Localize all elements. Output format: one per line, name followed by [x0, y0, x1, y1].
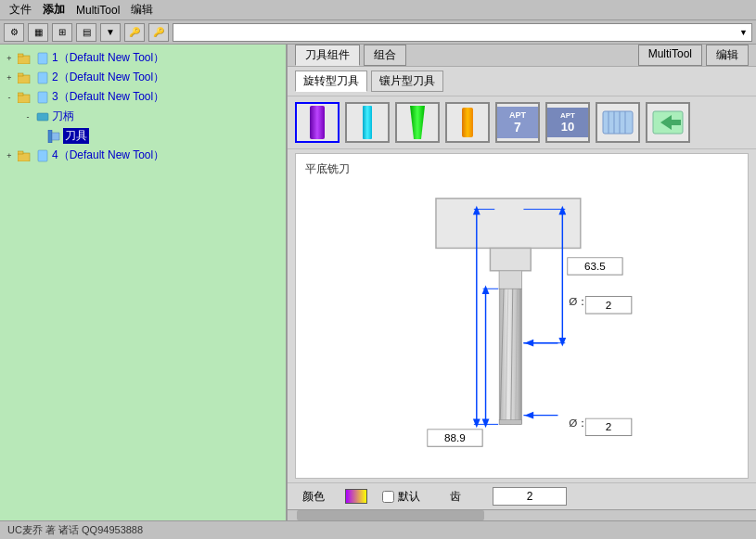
tool-icon-1 [35, 52, 50, 65]
tree-label-2: 2（Default New Tool） [52, 70, 164, 85]
svg-marker-53 [524, 412, 533, 419]
svg-rect-5 [38, 72, 47, 83]
right-top-bar: 刀具组件 组合 MultiTool 编辑 [288, 45, 756, 67]
svg-rect-1 [18, 54, 23, 57]
tool-icon-cyan-mill[interactable] [345, 102, 390, 143]
toolbar-dropdown-arrow[interactable]: ▼ [100, 23, 121, 42]
svg-rect-26 [436, 199, 581, 249]
toolbar-icon-btn-4[interactable]: ▤ [76, 23, 96, 42]
multi-tool-button[interactable]: MultiTool [638, 45, 702, 66]
dia-top-input[interactable] [585, 296, 633, 314]
svg-rect-10 [48, 130, 52, 143]
toolbar-dropdown[interactable]: ▼ [173, 23, 752, 42]
dia-top-foreign [585, 296, 635, 315]
tree-item-1[interactable]: + 1（Default New Tool） [0, 48, 286, 68]
svg-marker-46 [558, 338, 566, 347]
expand-icon-handle[interactable]: - [22, 111, 33, 122]
edit-button[interactable]: 编辑 [706, 45, 749, 66]
color-swatch[interactable] [345, 489, 367, 504]
svg-rect-19 [603, 111, 633, 134]
content-area: + 1（Default New Tool） + 2（Default New T [0, 45, 756, 520]
svg-marker-42 [482, 419, 490, 429]
tree-item-2[interactable]: + 2（Default New Tool） [0, 68, 286, 87]
svg-rect-34 [499, 420, 521, 425]
tool-type-tabs-row: 旋转型刀具 镶片型刀具 [288, 67, 756, 96]
tool-diagram-svg: Ø： Ø： [296, 154, 748, 478]
tab-tool-assembly[interactable]: 刀具组件 [295, 45, 360, 66]
tree-item-4[interactable]: + 4（Default New Tool） [0, 146, 286, 165]
menu-file[interactable]: 文件 [4, 2, 37, 18]
toolbar-icon-btn-3[interactable]: ⊞ [52, 23, 72, 42]
tool-icon-2 [35, 71, 50, 84]
menu-bar: 文件 添加 MultiTool 编辑 [0, 0, 756, 20]
tool-name-label: 平底铣刀 [305, 161, 350, 177]
svg-rect-14 [38, 150, 47, 161]
toolbar: ⚙ ▦ ⊞ ▤ ▼ 🔑 🔑 ▼ [0, 20, 756, 45]
horizontal-scrollbar[interactable] [288, 509, 756, 520]
right-panel: 刀具组件 组合 MultiTool 编辑 旋转型刀具 镶片型刀具 [288, 45, 756, 520]
tree-label-tool: 刀具 [63, 128, 89, 144]
tool-icon-apt10[interactable]: APT 10 [545, 102, 590, 143]
svg-rect-2 [38, 53, 47, 64]
svg-marker-50 [524, 340, 533, 347]
svg-rect-8 [38, 92, 47, 103]
dia-bottom-foreign [585, 418, 635, 438]
tool-icon-4 [35, 149, 50, 162]
tree-item-3-tool[interactable]: 刀具 [0, 126, 286, 146]
svg-rect-15 [310, 106, 325, 139]
expand-icon-3[interactable]: - [4, 92, 15, 103]
tool-icon-special2[interactable] [646, 102, 690, 143]
tool-icon-purple-mill[interactable] [295, 102, 340, 143]
tab-combination[interactable]: 组合 [364, 45, 406, 66]
svg-rect-12 [18, 153, 30, 161]
svg-rect-4 [18, 73, 23, 76]
handle-icon [35, 110, 50, 123]
svg-rect-0 [18, 56, 30, 64]
svg-rect-16 [363, 106, 372, 139]
default-label: 默认 [398, 489, 420, 505]
tree-label-4: 4（Default New Tool） [52, 148, 164, 163]
expand-icon-2[interactable]: + [4, 72, 15, 83]
dia-bottom-input[interactable] [585, 418, 633, 436]
menu-add[interactable]: 添加 [37, 2, 70, 18]
toolbar-icon-btn-5[interactable]: 🔑 [124, 23, 145, 42]
svg-rect-13 [18, 151, 23, 154]
expand-icon-4[interactable]: + [4, 150, 15, 161]
dim-88-9-foreign [427, 429, 485, 448]
tree-label-handle: 刀柄 [52, 109, 74, 124]
status-bar: UC麦乔 著 诸话 QQ94953888 [0, 520, 756, 539]
folder-icon-4 [17, 149, 32, 162]
menu-multitool[interactable]: MultiTool [70, 4, 125, 17]
tree-item-3[interactable]: - 3（Default New Tool） [0, 87, 286, 107]
tree-panel: + 1（Default New Tool） + 2（Default New T [0, 45, 288, 520]
svg-marker-11 [52, 133, 59, 140]
dim-88-9-input[interactable] [427, 429, 482, 446]
folder-icon-1 [17, 52, 32, 65]
menu-edit[interactable]: 编辑 [125, 2, 159, 18]
svg-rect-9 [37, 113, 48, 121]
tool-icon-special1[interactable] [596, 102, 640, 143]
tab-rotating-tool[interactable]: 旋转型刀具 [295, 71, 367, 92]
tool-leaf-icon [46, 130, 61, 143]
toolbar-icon-btn-2[interactable]: ▦ [28, 23, 48, 42]
tree-label-1: 1（Default New Tool） [52, 50, 164, 66]
tool-icon-green-taper[interactable] [395, 102, 440, 143]
tool-icon-3 [35, 91, 50, 104]
tool-icon-apt7[interactable]: APT 7 [495, 102, 540, 143]
default-checkbox-container: 默认 [382, 489, 420, 505]
dim-63-5-input[interactable] [567, 257, 622, 275]
tab-insert-tool[interactable]: 镶片型刀具 [371, 71, 443, 92]
svg-marker-17 [410, 106, 425, 139]
svg-rect-27 [490, 248, 531, 270]
svg-rect-28 [499, 271, 521, 289]
tool-icon-orange[interactable] [445, 102, 490, 143]
tree-item-3-handle[interactable]: - 刀柄 [0, 107, 286, 126]
status-text: UC麦乔 著 诸话 QQ94953888 [7, 523, 143, 537]
folder-icon-2 [17, 71, 32, 84]
tree-label-3: 3（Default New Tool） [52, 89, 164, 105]
expand-icon-1[interactable]: + [4, 53, 15, 64]
toolbar-icon-btn-1[interactable]: ⚙ [4, 23, 24, 42]
teeth-input[interactable] [493, 487, 567, 506]
toolbar-icon-btn-6[interactable]: 🔑 [148, 23, 169, 42]
default-checkbox[interactable] [382, 491, 394, 503]
